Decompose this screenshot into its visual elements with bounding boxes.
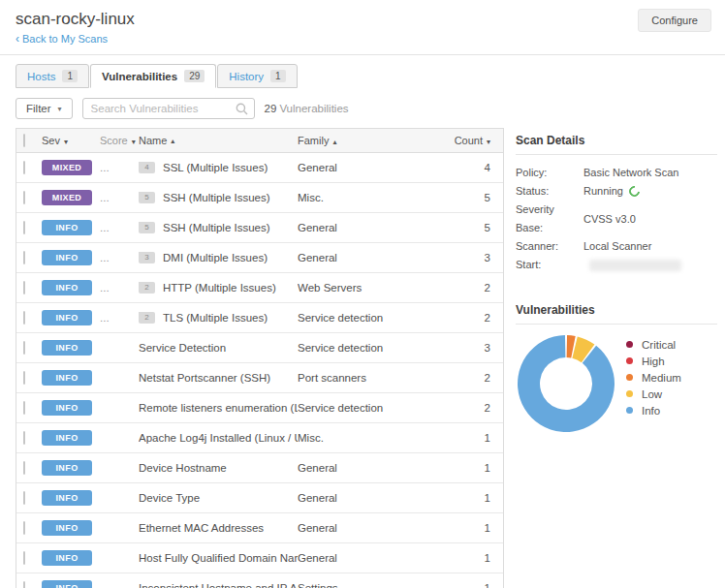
detail-label: Start:	[516, 256, 583, 274]
table-row[interactable]: INFO ... 2 HTTP (Multiple Issues) Web Se…	[16, 273, 503, 303]
row-check-cell	[16, 402, 42, 414]
row-checkbox[interactable]	[23, 221, 25, 234]
family-cell: General	[298, 222, 443, 233]
column-header-sev[interactable]: Sev▾	[42, 135, 100, 146]
table-row[interactable]: MIXED ... 4 SSL (Multiple Issues) Genera…	[16, 153, 503, 183]
tab-history-label: History	[229, 71, 264, 82]
table-row[interactable]: INFO Remote listeners enumeration (Li...…	[16, 393, 503, 423]
family-cell: General	[298, 522, 443, 534]
table-row[interactable]: INFO Device Hostname General 1	[16, 453, 503, 483]
family-cell: Service detection	[298, 402, 443, 414]
vulnerability-name: Inconsistent Hostname and IP Ad...	[139, 582, 298, 588]
table-row[interactable]: INFO Device Type General 1	[16, 483, 503, 513]
row-checkbox[interactable]	[23, 341, 25, 355]
filter-bar: Filter ▾ 29Vulnerabilities	[16, 98, 709, 119]
row-checkbox[interactable]	[23, 551, 25, 565]
filter-dropdown-button[interactable]: Filter ▾	[16, 98, 73, 119]
row-check-cell	[16, 552, 42, 564]
table-row[interactable]: INFO ... 5 SSH (Multiple Issues) General…	[16, 213, 503, 243]
legend-label: High	[642, 356, 665, 367]
name-cell: Apache Log4j Installed (Linux / U...	[139, 432, 298, 444]
vulnerabilities-table: Sev▾ Score▾ Name▴ Family▴ Count▾ MIXED .…	[16, 128, 504, 588]
count-cell: 3	[443, 342, 503, 354]
legend-dot-icon	[626, 407, 633, 414]
table-row[interactable]: INFO Ethernet MAC Addresses General 1	[16, 513, 503, 543]
row-checkbox[interactable]	[23, 371, 25, 385]
select-all-cell	[16, 135, 42, 146]
name-cell: Service Detection	[139, 342, 298, 354]
detail-label: Policy:	[516, 164, 583, 182]
chevron-down-icon: ▾	[58, 105, 62, 113]
row-checkbox[interactable]	[23, 401, 25, 415]
vulnerability-name: Device Type	[139, 492, 200, 504]
row-checkbox[interactable]	[23, 431, 25, 445]
vulnerability-name: SSL (Multiple Issues)	[163, 162, 268, 173]
column-header-family[interactable]: Family▴	[298, 135, 443, 146]
scan-details-fields: Policy: Basic Network Scan Status: Runni…	[516, 164, 717, 274]
folder-icon: 3	[139, 252, 155, 263]
detail-value-wrap: Local Scanner	[583, 237, 651, 256]
count-cell: 5	[443, 222, 503, 233]
row-checkbox[interactable]	[23, 191, 25, 204]
name-cell: 2 TLS (Multiple Issues)	[139, 312, 298, 324]
table-row[interactable]: INFO Netstat Portscanner (SSH) Port scan…	[16, 363, 503, 393]
column-header-name[interactable]: Name▴	[139, 135, 298, 146]
vulnerability-name: HTTP (Multiple Issues)	[163, 282, 276, 294]
tab-history[interactable]: History 1	[217, 64, 297, 88]
chart-row: Critical High Medium Low Info	[516, 333, 717, 434]
row-checkbox[interactable]	[23, 311, 25, 325]
row-checkbox[interactable]	[23, 521, 25, 535]
severity-badge: INFO	[42, 490, 92, 506]
tab-vulnerabilities-badge: 29	[184, 70, 205, 82]
name-cell: Netstat Portscanner (SSH)	[139, 372, 298, 384]
legend-label: Critical	[642, 339, 676, 351]
vulnerability-name: Ethernet MAC Addresses	[139, 522, 264, 534]
row-check-cell	[16, 432, 42, 444]
select-all-checkbox[interactable]	[23, 134, 25, 147]
detail-value-wrap: Basic Network Scan	[583, 164, 678, 182]
table-row[interactable]: INFO Service Detection Service detection…	[16, 333, 503, 363]
count-cell: 1	[443, 462, 503, 474]
column-header-score[interactable]: Score▾	[100, 135, 139, 146]
back-to-my-scans-link[interactable]: ‹ Back to My Scans	[16, 33, 108, 45]
row-checkbox[interactable]	[23, 281, 25, 294]
table-row[interactable]: MIXED ... 5 SSH (Multiple Issues) Misc. …	[16, 183, 503, 213]
row-checkbox[interactable]	[23, 251, 25, 264]
row-checkbox[interactable]	[23, 581, 25, 588]
legend-item: Low	[626, 386, 681, 402]
count-cell: 3	[443, 252, 503, 263]
tab-vulnerabilities[interactable]: Vulnerabilities 29	[90, 64, 216, 88]
severity-cell: MIXED	[42, 160, 100, 175]
table-row[interactable]: INFO ... 2 TLS (Multiple Issues) Service…	[16, 303, 503, 333]
legend-item: Info	[626, 402, 681, 418]
severity-cell: INFO	[42, 280, 100, 295]
table-row[interactable]: INFO ... 3 DMI (Multiple Issues) General…	[16, 243, 503, 273]
tab-hosts[interactable]: Hosts 1	[16, 64, 89, 88]
page-title: scan-rocky-linux	[16, 10, 709, 29]
main-content: Sev▾ Score▾ Name▴ Family▴ Count▾ MIXED .…	[0, 128, 725, 588]
search-input[interactable]	[82, 98, 255, 119]
row-checkbox[interactable]	[23, 461, 25, 475]
row-checkbox[interactable]	[23, 161, 25, 174]
severity-badge: INFO	[42, 430, 92, 446]
name-cell: Remote listeners enumeration (Li...	[139, 402, 298, 414]
vulnerability-name: Service Detection	[139, 342, 226, 354]
vulnerability-name: Netstat Portscanner (SSH)	[139, 372, 270, 384]
severity-badge: INFO	[42, 460, 92, 476]
severity-badge: INFO	[42, 400, 92, 416]
family-cell: Misc.	[298, 192, 443, 203]
severity-badge: INFO	[42, 580, 92, 588]
table-row[interactable]: INFO Apache Log4j Installed (Linux / U..…	[16, 423, 503, 453]
family-cell: General	[298, 552, 443, 564]
name-cell: Host Fully Qualified Domain Nam...	[139, 552, 298, 564]
result-count-number: 29	[265, 103, 277, 114]
severity-badge: MIXED	[42, 160, 92, 175]
table-row[interactable]: INFO Host Fully Qualified Domain Nam... …	[16, 543, 503, 573]
configure-button[interactable]: Configure	[638, 9, 711, 32]
row-checkbox[interactable]	[23, 491, 25, 505]
search-wrapper	[82, 98, 255, 119]
filter-button-label: Filter	[26, 103, 51, 114]
column-header-count[interactable]: Count▾	[443, 135, 503, 146]
table-row[interactable]: INFO Inconsistent Hostname and IP Ad... …	[16, 573, 503, 588]
family-cell: Misc.	[298, 432, 443, 444]
